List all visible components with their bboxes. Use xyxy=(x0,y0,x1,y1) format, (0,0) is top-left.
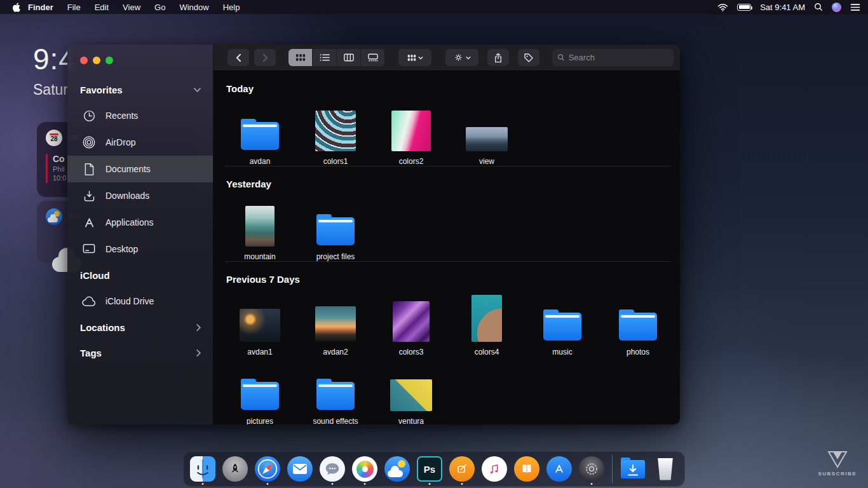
file-colors1[interactable]: colors1 xyxy=(301,100,370,166)
image-thumbnail xyxy=(315,306,356,342)
spotlight-search-icon[interactable] xyxy=(814,3,823,11)
weather-icon xyxy=(46,208,62,225)
dock-messages-icon[interactable] xyxy=(319,454,346,484)
file-name: sound effects xyxy=(313,417,358,424)
dock-finder-icon[interactable] xyxy=(189,454,216,484)
folder-icon xyxy=(619,313,657,341)
chevron-right-icon[interactable] xyxy=(196,323,201,332)
list-view-button[interactable] xyxy=(313,49,336,66)
menu-item-view[interactable]: View xyxy=(123,3,140,12)
dock-mail-icon[interactable] xyxy=(287,454,313,484)
tags-button[interactable] xyxy=(518,49,539,66)
file-name: avdan xyxy=(250,157,271,166)
forward-button[interactable] xyxy=(254,49,276,66)
minimize-button[interactable] xyxy=(93,57,100,64)
dock-trash-icon[interactable] xyxy=(652,454,679,484)
sidebar-item-icloud-drive[interactable]: iCloud Drive xyxy=(67,288,213,315)
icon-view-button[interactable] xyxy=(288,49,312,66)
dock: Ps xyxy=(183,451,685,487)
file-mountain[interactable]: mountain xyxy=(225,196,295,261)
clock-icon xyxy=(81,108,97,123)
dock-books-icon[interactable] xyxy=(513,454,540,484)
chevron-right-icon[interactable] xyxy=(196,349,201,357)
image-thumbnail xyxy=(315,111,356,151)
sidebar-item-applications[interactable]: Applications xyxy=(67,209,213,236)
menu-item-window[interactable]: Window xyxy=(179,3,208,12)
gallery-view-button[interactable] xyxy=(361,49,384,66)
file-project-files[interactable]: project files xyxy=(301,196,370,261)
file-name: music xyxy=(552,348,572,356)
desktop-icon xyxy=(81,241,97,257)
search-input[interactable] xyxy=(569,53,668,62)
sidebar-item-airdrop[interactable]: AirDrop xyxy=(67,129,213,156)
file-colors2[interactable]: colors2 xyxy=(376,100,446,166)
menu-item-file[interactable]: File xyxy=(67,3,81,12)
event-color-bar xyxy=(46,154,48,183)
section-title: Today xyxy=(225,71,680,97)
notification-center-icon[interactable] xyxy=(850,3,860,11)
file-colors4[interactable]: colors4 xyxy=(452,291,522,356)
file-colors3[interactable]: colors3 xyxy=(376,291,446,356)
dock-settings-icon[interactable] xyxy=(578,454,605,484)
menubar-clock[interactable]: Sat 9:41 AM xyxy=(760,3,805,12)
file-avdan2[interactable]: avdan2 xyxy=(301,291,370,356)
siri-icon[interactable] xyxy=(832,3,841,12)
chevron-down-icon[interactable] xyxy=(193,87,201,93)
file-ventura[interactable]: ventura xyxy=(376,360,446,424)
sidebar-section-favorites[interactable]: Favorites xyxy=(67,77,213,102)
sidebar-item-desktop[interactable]: Desktop xyxy=(67,236,213,262)
file-avdan[interactable]: avdan xyxy=(225,100,295,166)
zoom-button[interactable] xyxy=(105,57,113,64)
airdrop-icon xyxy=(81,135,97,150)
dock-app-store-icon[interactable] xyxy=(546,454,573,484)
file-name: colors4 xyxy=(475,348,499,356)
back-button[interactable] xyxy=(227,49,249,66)
menu-item-go[interactable]: Go xyxy=(154,3,165,12)
file-music[interactable]: music xyxy=(527,291,597,356)
dock-photos-icon[interactable] xyxy=(351,454,378,484)
file-pictures[interactable]: pictures xyxy=(225,360,295,424)
file-photos[interactable]: photos xyxy=(603,291,673,356)
file-sound-effects[interactable]: sound effects xyxy=(301,360,370,424)
file-name: avdan2 xyxy=(323,348,348,356)
dock-safari-icon[interactable] xyxy=(254,454,281,484)
dock-launchpad-icon[interactable] xyxy=(222,454,248,484)
search-field[interactable] xyxy=(552,49,674,66)
share-button[interactable] xyxy=(487,49,509,66)
dock-photoshop-icon[interactable]: Ps xyxy=(416,454,443,484)
image-thumbnail xyxy=(391,111,431,151)
dock-weather-icon[interactable] xyxy=(384,454,410,484)
finder-sidebar: FavoritesRecentsAirDropDocumentsDownload… xyxy=(67,44,214,424)
sidebar-section-locations[interactable]: Locations xyxy=(67,315,213,340)
running-indicator xyxy=(461,483,463,485)
dock-compose-icon[interactable] xyxy=(449,454,475,484)
column-view-button[interactable] xyxy=(337,49,360,66)
sidebar-item-documents[interactable]: Documents xyxy=(67,156,213,182)
section-yesterday: Yesterdaymountainproject files xyxy=(225,166,680,261)
section-today: Todayavdancolors1colors2view xyxy=(225,71,680,166)
menu-item-finder[interactable]: Finder xyxy=(28,3,53,12)
action-menu-button[interactable] xyxy=(445,49,478,66)
file-avdan1[interactable]: avdan1 xyxy=(225,291,295,356)
close-button[interactable] xyxy=(80,57,88,64)
group-by-button[interactable] xyxy=(398,49,431,66)
dock-music-icon[interactable] xyxy=(481,454,508,484)
menu-item-edit[interactable]: Edit xyxy=(95,3,109,12)
event-time: 10:0 xyxy=(53,174,66,182)
dock-downloads-folder-icon[interactable] xyxy=(620,454,646,484)
file-view[interactable]: view xyxy=(452,100,522,166)
battery-icon[interactable] xyxy=(737,4,751,11)
calendar-icon: 28 xyxy=(46,130,62,146)
photoshop-label: Ps xyxy=(424,464,435,475)
folder-icon xyxy=(316,382,355,410)
section-title: Previous 7 Days xyxy=(225,261,671,287)
running-indicator xyxy=(202,483,204,485)
apple-menu-icon[interactable] xyxy=(8,3,24,12)
sidebar-item-recents[interactable]: Recents xyxy=(67,102,213,129)
folder-icon xyxy=(241,122,279,150)
dock-separator xyxy=(612,455,613,483)
menu-item-help[interactable]: Help xyxy=(223,3,240,12)
wifi-icon[interactable] xyxy=(717,3,728,11)
sidebar-section-tags[interactable]: Tags xyxy=(67,340,213,365)
sidebar-item-downloads[interactable]: Downloads xyxy=(67,182,213,209)
